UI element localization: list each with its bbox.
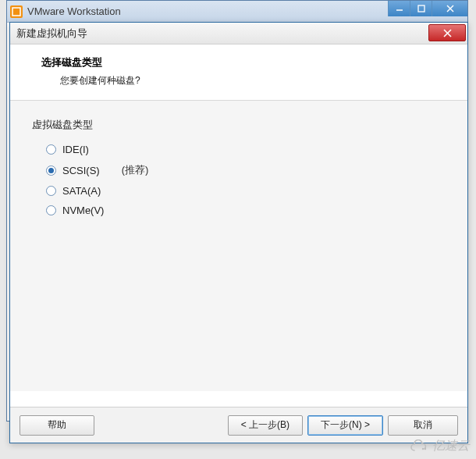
svg-rect-2: [418, 5, 424, 12]
radio-icon: [46, 144, 56, 155]
back-button[interactable]: < 上一步(B): [228, 415, 303, 436]
minimize-button[interactable]: [388, 1, 410, 16]
outer-close-button[interactable]: [432, 1, 467, 16]
outer-window-title: VMware Workstation: [27, 5, 121, 17]
outer-titlebar[interactable]: VMware Workstation: [7, 1, 467, 23]
help-button[interactable]: 帮助: [20, 415, 94, 436]
radio-label: SCSI(S): [62, 165, 100, 176]
radio-icon: [46, 165, 56, 176]
vmware-icon: [10, 5, 23, 18]
next-button[interactable]: 下一步(N) >: [307, 415, 383, 436]
radio-label: NVMe(V): [62, 205, 104, 216]
cancel-button[interactable]: 取消: [388, 415, 458, 436]
radio-label: IDE(I): [62, 144, 89, 155]
dialog-titlebar[interactable]: 新建虚拟机向导: [10, 23, 467, 44]
radio-label: SATA(A): [62, 185, 101, 197]
wizard-body: 虚拟磁盘类型 IDE(I) SCSI(S) (推荐) SATA(A) NVMe(…: [10, 101, 467, 391]
disk-type-option-scsi[interactable]: SCSI(S) (推荐): [32, 159, 446, 181]
disk-type-group-label: 虚拟磁盘类型: [32, 118, 446, 132]
window-controls: [388, 1, 467, 16]
wizard-heading: 选择磁盘类型: [41, 55, 452, 69]
wizard-subheading: 您要创建何种磁盘?: [60, 74, 452, 87]
radio-icon: [46, 205, 56, 215]
svg-point-7: [422, 447, 424, 449]
disk-type-option-ide[interactable]: IDE(I): [32, 140, 446, 159]
radio-icon: [46, 186, 56, 196]
dialog-title: 新建虚拟机向导: [16, 27, 87, 41]
new-vm-wizard-dialog: 新建虚拟机向导 选择磁盘类型 您要创建何种磁盘? 虚拟磁盘类型 IDE(I) S…: [9, 22, 468, 443]
dialog-close-button[interactable]: [428, 24, 466, 41]
disk-type-option-nvme[interactable]: NVMe(V): [32, 201, 446, 220]
maximize-button[interactable]: [410, 1, 432, 16]
disk-type-option-sata[interactable]: SATA(A): [32, 181, 446, 201]
radio-hint: (推荐): [122, 163, 149, 177]
svg-rect-0: [12, 8, 20, 16]
svg-point-8: [424, 447, 426, 449]
wizard-header: 选择磁盘类型 您要创建何种磁盘?: [10, 44, 467, 101]
wizard-footer: 帮助 < 上一步(B) 下一步(N) > 取消: [10, 407, 467, 443]
